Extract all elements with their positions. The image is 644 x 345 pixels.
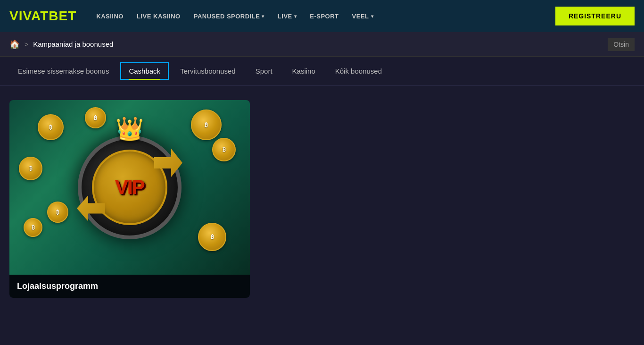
chevron-panused-spordile-icon: ▾ bbox=[262, 14, 264, 19]
tab-koik-boonused[interactable]: Kõik boonused bbox=[327, 61, 390, 81]
chevron-veel-icon: ▾ bbox=[371, 14, 374, 19]
logo[interactable]: VIVATBET bbox=[9, 8, 76, 24]
tab-cashback[interactable]: Cashback bbox=[120, 62, 169, 80]
search-button[interactable]: Otsin bbox=[608, 38, 635, 51]
nav-item-kasiino[interactable]: KASIINO bbox=[91, 9, 129, 24]
card-label: Lojaalsusprogramm bbox=[9, 275, 250, 298]
breadcrumb-separator: > bbox=[25, 41, 28, 48]
tab-esimese[interactable]: Esimese sissemakse boonus bbox=[9, 61, 117, 81]
breadcrumb-home-icon[interactable]: 🏠 bbox=[9, 39, 20, 50]
nav-item-live[interactable]: LIVE▾ bbox=[272, 9, 302, 24]
tab-sport[interactable]: Sport bbox=[247, 61, 281, 81]
vip-text: VIP bbox=[115, 176, 144, 199]
main-content: 👑 VIP Lojaalsusprogramm bbox=[0, 86, 644, 312]
breadcrumb-current: Kampaaniad ja boonused bbox=[33, 40, 113, 48]
nav-item-panused-spordile[interactable]: PANUSED SPORDILE▾ bbox=[188, 9, 270, 24]
chevron-live-icon: ▾ bbox=[294, 14, 297, 19]
chip-decoration: 👑 VIP bbox=[78, 135, 182, 239]
header: VIVATBET KASIINOLIVE KASIINOPANUSED SPOR… bbox=[0, 0, 644, 32]
crown-decoration: 👑 bbox=[116, 116, 144, 142]
card-lojaalsusprogramm[interactable]: 👑 VIP Lojaalsusprogramm bbox=[9, 100, 250, 298]
main-nav: KASIINOLIVE KASIINOPANUSED SPORDILE▾LIVE… bbox=[91, 9, 541, 24]
tab-kasiino[interactable]: Kasiino bbox=[284, 61, 324, 81]
tabs-bar: Esimese sissemakse boonusCashbackTervitu… bbox=[0, 57, 644, 86]
logo-vivat: VIVAT bbox=[9, 8, 49, 23]
register-button[interactable]: REGISTREERU bbox=[555, 7, 635, 25]
card-grid: 👑 VIP Lojaalsusprogramm bbox=[9, 100, 635, 298]
nav-item-e-sport[interactable]: E-SPORT bbox=[304, 9, 344, 24]
logo-bet: BET bbox=[49, 8, 76, 23]
nav-item-veel[interactable]: VEEL▾ bbox=[347, 9, 379, 24]
card-image: 👑 VIP bbox=[9, 100, 250, 275]
nav-item-live-kasiino[interactable]: LIVE KASIINO bbox=[131, 9, 186, 24]
tab-tervitus[interactable]: Tervitusboonused bbox=[172, 61, 244, 81]
breadcrumb-bar: 🏠 > Kampaaniad ja boonused Otsin bbox=[0, 32, 644, 57]
